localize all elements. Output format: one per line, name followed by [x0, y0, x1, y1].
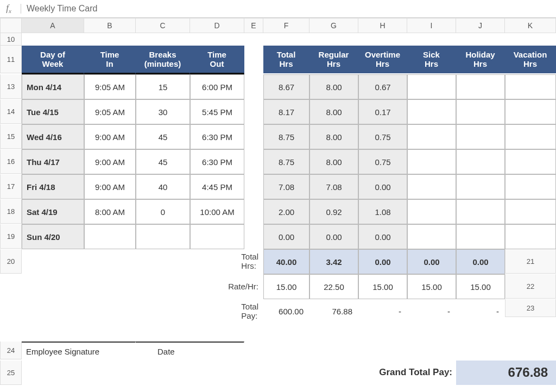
- total-pay-label[interactable]: Total Pay:: [244, 299, 263, 324]
- time-in-cell[interactable]: 8:00 AM: [84, 199, 136, 224]
- total-vacation[interactable]: 0.00: [456, 249, 505, 274]
- header-day[interactable]: Day ofWeek: [22, 46, 84, 74]
- col-header-H[interactable]: H: [358, 18, 407, 33]
- holiday-hrs-cell[interactable]: [456, 224, 505, 249]
- cell[interactable]: [22, 299, 244, 324]
- row-header[interactable]: 23: [505, 299, 556, 317]
- regular-hrs-cell[interactable]: 0.00: [309, 224, 358, 249]
- regular-hrs-cell[interactable]: 7.08: [309, 174, 358, 199]
- employee-signature-label[interactable]: Employee Signature: [22, 342, 136, 361]
- header-vacation-hrs[interactable]: VacationHrs: [505, 46, 556, 73]
- time-out-cell[interactable]: 5:45 PM: [190, 99, 244, 124]
- sick-hrs-cell[interactable]: [407, 174, 456, 199]
- col-header-F[interactable]: F: [263, 18, 309, 33]
- sick-hrs-cell[interactable]: [407, 124, 456, 149]
- vacation-hrs-cell[interactable]: [505, 149, 556, 174]
- breaks-cell[interactable]: [136, 224, 190, 249]
- time-in-cell[interactable]: 9:00 AM: [84, 174, 136, 199]
- regular-hrs-cell[interactable]: 8.00: [309, 149, 358, 174]
- cell[interactable]: [22, 324, 556, 342]
- col-header-C[interactable]: C: [136, 18, 190, 33]
- row-header[interactable]: 11: [0, 46, 22, 73]
- regular-hrs-cell[interactable]: 8.00: [309, 99, 358, 124]
- row-header[interactable]: 24: [0, 342, 22, 359]
- rate-overtime[interactable]: 22.50: [309, 274, 358, 299]
- time-out-cell[interactable]: [190, 224, 244, 249]
- total-hrs-cell[interactable]: 7.08: [263, 174, 309, 199]
- day-cell[interactable]: Tue 4/15: [22, 99, 84, 124]
- regular-hrs-cell[interactable]: 8.00: [309, 124, 358, 149]
- holiday-hrs-cell[interactable]: [456, 99, 505, 124]
- header-time-out[interactable]: TimeOut: [190, 46, 244, 74]
- pay-regular[interactable]: 600.00: [263, 299, 309, 324]
- pay-sick[interactable]: -: [358, 299, 407, 324]
- total-hrs-cell[interactable]: 8.17: [263, 99, 309, 124]
- breaks-cell[interactable]: 45: [136, 149, 190, 174]
- regular-hrs-cell[interactable]: 0.92: [309, 199, 358, 224]
- overtime-hrs-cell[interactable]: 0.67: [358, 74, 407, 99]
- date-label[interactable]: Date: [136, 342, 244, 361]
- cell[interactable]: [244, 174, 263, 199]
- row-header[interactable]: 21: [505, 249, 556, 274]
- col-header-I[interactable]: I: [407, 18, 456, 33]
- row-header[interactable]: 25: [0, 361, 22, 385]
- vacation-hrs-cell[interactable]: [505, 99, 556, 124]
- header-time-in[interactable]: TimeIn: [84, 46, 136, 74]
- regular-hrs-cell[interactable]: 8.00: [309, 74, 358, 99]
- time-out-cell[interactable]: 6:30 PM: [190, 124, 244, 149]
- overtime-hrs-cell[interactable]: 1.08: [358, 199, 407, 224]
- row-header[interactable]: 17: [0, 174, 22, 199]
- col-header-E[interactable]: E: [244, 18, 263, 33]
- pay-vacation[interactable]: -: [456, 299, 505, 324]
- time-out-cell[interactable]: 4:45 PM: [190, 174, 244, 199]
- total-hrs-cell[interactable]: 8.75: [263, 149, 309, 174]
- cell[interactable]: [244, 99, 263, 124]
- total-hrs-cell[interactable]: 0.00: [263, 224, 309, 249]
- rate-vacation[interactable]: 15.00: [456, 274, 505, 299]
- sick-hrs-cell[interactable]: [407, 149, 456, 174]
- rate-sick[interactable]: 15.00: [358, 274, 407, 299]
- formula-value[interactable]: Weekly Time Card: [24, 4, 97, 14]
- row-header[interactable]: 10: [0, 33, 22, 46]
- col-header-J[interactable]: J: [456, 18, 505, 33]
- col-header-B[interactable]: B: [84, 18, 136, 33]
- row-header[interactable]: 14: [0, 99, 22, 124]
- day-cell[interactable]: Sun 4/20: [22, 224, 84, 249]
- day-cell[interactable]: Wed 4/16: [22, 124, 84, 149]
- day-cell[interactable]: Thu 4/17: [22, 149, 84, 174]
- holiday-hrs-cell[interactable]: [456, 124, 505, 149]
- total-overtime[interactable]: 3.42: [309, 249, 358, 274]
- time-out-cell[interactable]: 10:00 AM: [190, 199, 244, 224]
- holiday-hrs-cell[interactable]: [456, 149, 505, 174]
- cell[interactable]: [244, 124, 263, 149]
- select-all-corner[interactable]: [0, 18, 22, 33]
- pay-holiday[interactable]: -: [407, 299, 456, 324]
- vacation-hrs-cell[interactable]: [505, 124, 556, 149]
- time-in-cell[interactable]: 9:05 AM: [84, 74, 136, 99]
- breaks-cell[interactable]: 15: [136, 74, 190, 99]
- time-out-cell[interactable]: 6:30 PM: [190, 149, 244, 174]
- cell[interactable]: [22, 274, 244, 299]
- time-in-cell[interactable]: [84, 224, 136, 249]
- vacation-hrs-cell[interactable]: [505, 174, 556, 199]
- cell[interactable]: [244, 199, 263, 224]
- cell[interactable]: [244, 74, 263, 99]
- fx-icon[interactable]: fx: [0, 3, 17, 14]
- total-hrs-cell[interactable]: 2.00: [263, 199, 309, 224]
- breaks-cell[interactable]: 45: [136, 124, 190, 149]
- holiday-hrs-cell[interactable]: [456, 74, 505, 99]
- breaks-cell[interactable]: 30: [136, 99, 190, 124]
- header-regular-hrs[interactable]: RegularHrs: [309, 46, 358, 73]
- row-header[interactable]: 22: [505, 274, 556, 299]
- sick-hrs-cell[interactable]: [407, 99, 456, 124]
- cell[interactable]: [244, 149, 263, 174]
- cell[interactable]: [22, 249, 244, 274]
- time-in-cell[interactable]: 9:00 AM: [84, 124, 136, 149]
- holiday-hrs-cell[interactable]: [456, 174, 505, 199]
- grid[interactable]: A B C D E F G H I J K 10 11 Day ofWeek T…: [0, 18, 556, 385]
- cell[interactable]: [244, 224, 263, 249]
- pay-overtime[interactable]: 76.88: [309, 299, 358, 324]
- time-in-cell[interactable]: 9:05 AM: [84, 99, 136, 124]
- vacation-hrs-cell[interactable]: [505, 199, 556, 224]
- col-header-D[interactable]: D: [190, 18, 244, 33]
